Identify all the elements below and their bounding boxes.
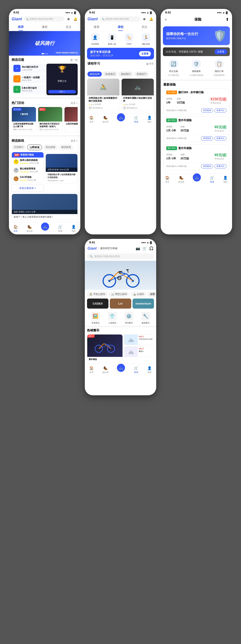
topic-item-2[interactable]: 🌙 一轮满月一念团圆 266人互动 <box>11 74 45 84</box>
bottom-nav-home[interactable]: 🏠 首页 <box>13 224 18 232</box>
course-type-new[interactable]: 📱 新课上架 <box>108 33 116 46</box>
course-type-recommend[interactable]: 👤 为你推荐 <box>91 33 99 46</box>
route-tab-4[interactable]: 铺设路面 <box>59 144 73 150</box>
bottom-nav-shop[interactable]: 🛒 商城 <box>58 224 63 232</box>
topic-item-3[interactable]: E E来分享行益对 8018人互动 <box>11 85 45 94</box>
search-bar[interactable]: 🔍 搜索骑行线路/商品/课程 <box>24 16 64 22</box>
cart-icon[interactable]: 🛒 <box>142 246 147 250</box>
course-bottom-ride[interactable]: 🚲 <box>117 115 125 123</box>
chip-basic[interactable]: 基础骑行 <box>119 72 133 77</box>
ins-compare-btn-2[interactable]: 套餐对比 <box>215 136 227 140</box>
tab-course-recommend[interactable]: 推荐 <box>90 23 103 31</box>
go-button[interactable]: GO > <box>48 90 76 94</box>
course-type-team[interactable]: 🏃 团队训练 <box>142 33 150 46</box>
promo-cta-button[interactable]: 去看看 <box>139 51 151 56</box>
liv-brand[interactable]: Liv <box>110 298 131 308</box>
ins-typical-btn-1[interactable]: 典型案例 <box>201 108 213 112</box>
tab-home-recommend[interactable]: 推荐 <box>14 23 27 31</box>
cadex-brand[interactable]: CADEX <box>87 298 108 308</box>
chip-advanced[interactable]: 高级技巧 <box>134 72 149 77</box>
large-route-card[interactable]: 沈阳-卧龙湖 | 516.0公里 功能训练分享 | 如何搭建室内骑行训练系统 单… <box>45 154 78 184</box>
ins-action-service[interactable]: 🛡️ 保险服务 1V1保险方案定制 <box>190 59 203 76</box>
bottom-route-card[interactable]: 洛阳·济源区 | 128.0 公里 发现了一条人少路宽置的完美骑行路线！ <box>11 194 78 220</box>
bottom-nav-profile[interactable]: 👤 我的 <box>71 224 76 232</box>
ins-bottom-shop[interactable]: 🛒 商城 <box>210 175 215 184</box>
camera-icon[interactable]: 📷 <box>136 246 140 250</box>
hot-bike-small-2[interactable]: 🚲 NO.3 整车3 <box>124 346 154 357</box>
shop-bottom-ride[interactable]: 🚲 <box>117 366 125 374</box>
headphones-icon[interactable]: 🎧 <box>149 246 154 250</box>
shop-search-bar[interactable]: 🔍 搜索骑行线路/商品/课程 <box>87 254 154 260</box>
tab-home-follow[interactable]: 关注 <box>62 23 75 31</box>
tab-course-follow[interactable]: 关注 <box>138 23 151 31</box>
ins-action-points[interactable]: 🔄 积分兑换 出行保险无忧 <box>168 59 179 76</box>
tab-home-courses[interactable]: 课程 <box>38 23 51 31</box>
product-type-parts[interactable]: ⚙️ 零件配件 <box>125 312 133 324</box>
route-item-1[interactable]: 🥇 独库公路经典路线 ★★★★★ 575.8 公里 <box>12 158 43 166</box>
activity-card-3[interactable]: 山里没有减速带... <box>64 107 78 132</box>
activities-more[interactable]: 更多 > <box>71 102 78 105</box>
ins-typical-btn-3[interactable]: 典型案例 <box>201 164 213 168</box>
hot-bike-main-card[interactable]: NO.1 整车精选 <box>87 334 123 362</box>
course-search-bar[interactable]: 🔍 搜索骑行线路/商品/课程 <box>100 16 140 22</box>
course-bottom-home[interactable]: 🏠 首页 <box>89 115 94 123</box>
ins-card-2[interactable]: 捷行无忧 意外车损险 保障额 1天~1年 保额 20万起 <box>163 116 230 142</box>
product-type-apparel[interactable]: 👕 人身商品 <box>108 312 117 324</box>
product-type-service[interactable]: 🔧 服务配件 <box>141 312 150 324</box>
activity-card-1[interactable]: 官方活动 了解详情 山里没有减速带却总能让人慢下来 潘青 | 2024.08.1… <box>11 107 36 132</box>
course-bottom-profile[interactable]: 👤 我的 <box>147 115 152 123</box>
product-type-frame[interactable]: 🖼️ 车身商品 <box>91 312 100 324</box>
notification-icon[interactable]: 🔔 <box>73 16 78 22</box>
course-qr-icon[interactable]: ⊕ <box>142 16 147 22</box>
course-notification-icon[interactable]: 🔔 <box>149 16 154 22</box>
bottom-nav-ride[interactable]: 🚲 <box>41 224 49 232</box>
chip-stretch[interactable]: 放松拉伸 <box>87 72 102 77</box>
ins-action-orders[interactable]: 📋 我的订单 按需进度管理 <box>214 59 225 76</box>
shop-bottom-home[interactable]: 🏠 首页 <box>89 366 94 374</box>
route-item-2[interactable]: 🥈 韶山南坡害青道 ★★★★★ 29.8 公里 <box>12 166 43 174</box>
ins-compare-btn-1[interactable]: 套餐对比 <box>215 108 227 112</box>
trophy-card[interactable]: 🏆 荣耀之光 GO > <box>46 64 78 95</box>
route-tab-3[interactable]: 混合路面 <box>43 144 58 150</box>
ins-bottom-ride[interactable]: 🚲 <box>193 175 201 184</box>
route-tab-1[interactable]: 沉浸骑行 <box>11 144 26 150</box>
ins-typical-btn-2[interactable]: 典型案例 <box>201 136 213 140</box>
ins-bottom-home[interactable]: 🏠 首页 <box>165 175 170 184</box>
ins-share-icon[interactable]: ⬆ <box>226 17 229 22</box>
ins-bottom-hiking[interactable]: 🥾 徒步游 <box>178 175 184 184</box>
ins-back-button[interactable]: ＜ <box>164 17 168 22</box>
momentum-brand[interactable]: momentum <box>133 298 154 308</box>
shop-cat-drop[interactable]: 🚲 弯把公路车 <box>109 292 129 297</box>
course-type-class[interactable]: 🏷️ Class <box>125 33 133 46</box>
routes-more[interactable]: 更多 > <box>71 139 78 142</box>
topics-action[interactable]: 换一批 <box>70 58 78 62</box>
ins-card-3[interactable]: 捷行无忧 意外车损险 保障额 1天~1年 保额 20万起 <box>163 144 230 170</box>
shop-cat-mtb[interactable]: ⛰️ 山地车 <box>131 292 146 297</box>
route-item-3[interactable]: 🥉 GAC环淮南 ★★★★ 64.8 公里 <box>12 174 43 183</box>
shop-bottom-shop[interactable]: 🛒 商城 <box>134 366 139 374</box>
course-status-icons: ●●● ▲ ▓ <box>141 11 152 14</box>
qr-scan-icon[interactable]: ⊕ <box>66 16 71 22</box>
ins-bottom-profile[interactable]: 👤 我的 <box>223 175 228 184</box>
course-bottom-hiking[interactable]: 🥾 徒步游 <box>102 115 108 123</box>
ins-card-1[interactable]: 热门推荐 捷行365 · 全年骑行险 保障额 1年 保额 10万起 <box>163 88 230 114</box>
hot-bike-small-1[interactable]: 🚲 NO.2 TCR-Ad SL 0-DA <box>124 334 154 345</box>
shop-cat-all[interactable]: 全部 <box>148 292 156 297</box>
course-card-1[interactable]: 🚴 功率训练分享 | 如何搭建室内骑行训练系统 ★ 9.1 20分钟 单车智驾F… <box>87 78 120 111</box>
shop-bottom-profile[interactable]: 👤 我的 <box>147 366 152 374</box>
tab-course-courses[interactable]: 课程 <box>114 23 127 31</box>
course-bottom-shop[interactable]: 🛒 商城 <box>134 115 139 123</box>
activities-scroll[interactable]: 官方活动 了解详情 山里没有减速带却总能让人慢下来 潘青 | 2024.08.1… <box>11 107 78 133</box>
view-all-routes[interactable]: 查看完整榜单 > <box>11 184 44 192</box>
route-tab-2[interactable]: 山野林道 <box>27 144 42 150</box>
ins-compare-btn-3[interactable]: 套餐对比 <box>215 164 227 168</box>
activity-card-2[interactable]: 报名> 骑行的快乐只有试过才知道和我一起地飞 青岛 | 2024.08.15-1… <box>38 107 62 132</box>
course-card-2[interactable]: 🚲 日常骑车通勤小知识骑行后拉伸 ★ 9.1 21分钟 单车智驾Fast <box>121 78 154 111</box>
study-filter[interactable]: ▦ 筛选 <box>146 62 154 65</box>
bottom-nav-hiking[interactable]: 🥾 徒步游 <box>26 224 32 232</box>
topic-item-1[interactable]: M Mark骑行的艺术 1.4w人互动 <box>11 64 45 73</box>
shop-bottom-hiking[interactable]: 🥾 徒步游 <box>102 366 108 374</box>
chip-warmup[interactable]: 热身激活 <box>103 72 117 77</box>
shop-cat-road[interactable]: 🚴 平把公路车 <box>87 292 108 297</box>
ins-promo-button[interactable]: 去看看 <box>215 49 227 54</box>
